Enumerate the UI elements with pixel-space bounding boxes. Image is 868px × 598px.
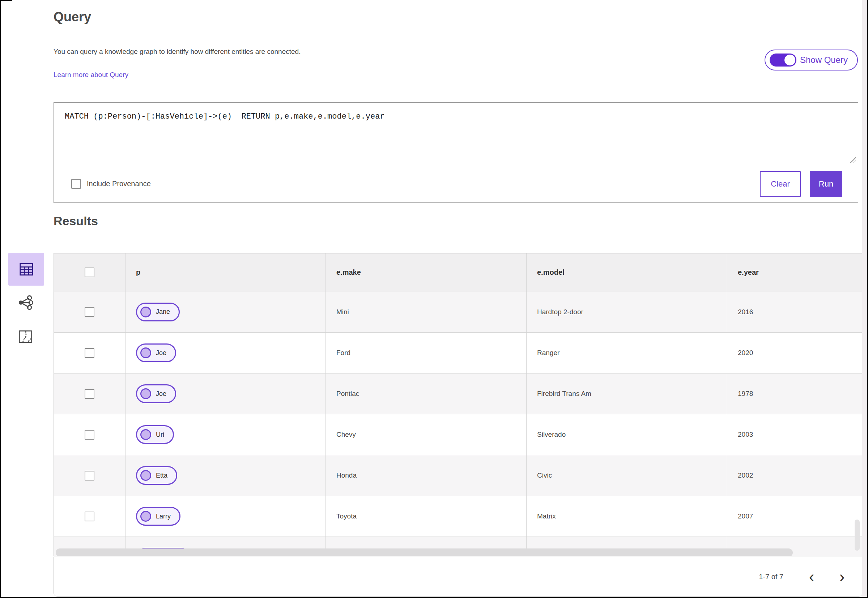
show-query-label: Show Query: [800, 55, 848, 65]
row-checkbox[interactable]: [85, 471, 94, 480]
cell-value: Ford: [336, 349, 350, 357]
row-checkbox[interactable]: [85, 307, 94, 317]
run-button[interactable]: Run: [810, 171, 842, 197]
row-checkbox-cell: [54, 374, 126, 414]
entity-name: Joe: [156, 390, 166, 398]
entity-cell: Larry: [126, 496, 326, 537]
cell-value: Matrix: [537, 512, 556, 520]
table-header-row: p e.make e.model e.year: [54, 253, 862, 292]
value-cell: 2002: [727, 455, 862, 496]
row-checkbox[interactable]: [85, 511, 94, 521]
next-page-button[interactable]: ›: [835, 569, 849, 585]
query-page: Query You can query a knowledge graph to…: [0, 0, 868, 598]
value-cell: Chevy: [326, 414, 527, 455]
cell-value: 2003: [738, 431, 753, 438]
value-cell: Silverado: [527, 414, 727, 455]
column-header: e.model: [537, 268, 564, 277]
entity-node-pill[interactable]: Larry: [136, 507, 181, 526]
entity-name: Etta: [156, 472, 168, 480]
header-checkbox-cell: [54, 253, 126, 291]
entity-cell: Jane: [126, 292, 326, 332]
value-cell: Toyota: [326, 496, 527, 537]
toggle-knob: [784, 55, 795, 66]
table-body: JaneMiniHardtop 2-door2016JoeFordRanger2…: [54, 292, 862, 556]
pagination-bar: 1-7 of 7 ‹ ›: [54, 557, 863, 597]
cell-value: 2002: [738, 471, 753, 480]
cell-value: 1978: [738, 390, 753, 398]
table-view-button[interactable]: [8, 253, 44, 286]
table-row: LarryToyotaMatrix2007: [54, 496, 862, 537]
page-range-label: 1-7 of 7: [759, 573, 783, 581]
value-cell: Firebird Trans Am: [527, 374, 727, 414]
link-chart-view-button[interactable]: [15, 294, 36, 312]
cell-value: Ranger: [537, 349, 560, 357]
entity-cell: Joe: [126, 333, 326, 373]
learn-more-link[interactable]: Learn more about Query: [54, 71, 129, 79]
include-provenance-label: Include Provenance: [87, 180, 151, 188]
window-frame-corner: [0, 0, 12, 1]
show-query-toggle[interactable]: Show Query: [765, 49, 858, 70]
table-row: JoeFordRanger2020: [54, 332, 862, 373]
table-row: UriChevySilverado2003: [54, 414, 862, 455]
select-all-checkbox[interactable]: [85, 268, 94, 277]
toggle-switch-icon[interactable]: [770, 54, 796, 67]
value-cell: Civic: [527, 455, 727, 496]
row-checkbox[interactable]: [85, 430, 94, 440]
entity-cell: Uri: [126, 414, 326, 455]
query-footer: Include Provenance Clear Run: [54, 165, 858, 202]
entity-node-icon: [140, 470, 151, 481]
entity-node-icon: [140, 347, 151, 358]
value-cell: Hardtop 2-door: [527, 292, 727, 332]
page-description: You can query a knowledge graph to ident…: [54, 48, 301, 56]
table-row: EttaHondaCivic2002: [54, 455, 862, 496]
cell-value: 2007: [738, 512, 753, 520]
entity-name: Uri: [156, 431, 164, 438]
horizontal-scrollbar-thumb[interactable]: [56, 549, 793, 556]
column-header: e.make: [336, 268, 361, 277]
entity-node-icon: [140, 306, 151, 317]
table-row: JoePontiacFirebird Trans Am1978: [54, 373, 862, 414]
entity-node-pill[interactable]: Joe: [136, 384, 176, 403]
cell-value: Pontiac: [336, 390, 359, 398]
value-cell: 1978: [727, 374, 862, 414]
include-provenance-row[interactable]: Include Provenance: [71, 179, 151, 189]
entity-node-icon: [140, 511, 151, 522]
header-cell-year: e.year: [727, 253, 862, 291]
entity-node-pill[interactable]: Uri: [136, 425, 174, 444]
value-cell: Ranger: [527, 333, 727, 373]
entity-node-pill[interactable]: Joe: [136, 344, 176, 362]
cell-value: Firebird Trans Am: [537, 390, 591, 398]
cell-value: Chevy: [336, 431, 356, 438]
entity-name: Jane: [156, 308, 170, 315]
header-cell-model: e.model: [527, 253, 727, 291]
cell-value: 2016: [738, 308, 753, 316]
results-title: Results: [54, 214, 98, 228]
resize-handle-icon[interactable]: [849, 156, 856, 163]
clear-button[interactable]: Clear: [760, 171, 801, 197]
entity-node-icon: [140, 429, 151, 440]
column-header: e.year: [738, 268, 759, 277]
row-checkbox[interactable]: [85, 389, 94, 399]
entity-node-pill[interactable]: Etta: [136, 466, 177, 485]
value-cell: 2003: [727, 414, 862, 455]
query-text: MATCH (p:Person)-[:HasVehicle]->(e) RETU…: [65, 112, 385, 121]
row-checkbox-cell: [54, 292, 126, 332]
column-header: p: [136, 268, 140, 277]
value-cell: Ford: [326, 333, 527, 373]
header-cell-p: p: [126, 253, 326, 291]
row-checkbox-cell: [54, 414, 126, 455]
value-cell: 2016: [727, 292, 862, 332]
previous-page-button[interactable]: ‹: [804, 569, 819, 585]
page-scrollbar-track[interactable]: [862, 0, 867, 598]
entity-node-pill[interactable]: Jane: [136, 303, 180, 321]
map-view-button[interactable]: [16, 327, 35, 345]
include-provenance-checkbox[interactable]: [71, 179, 81, 189]
value-cell: Mini: [326, 292, 527, 332]
results-table: p e.make e.model e.year JaneMiniHardtop …: [54, 253, 863, 556]
cell-value: Toyota: [336, 512, 356, 520]
cell-value: Mini: [336, 308, 349, 316]
query-panel: MATCH (p:Person)-[:HasVehicle]->(e) RETU…: [54, 102, 858, 203]
row-checkbox[interactable]: [85, 348, 94, 358]
query-textarea[interactable]: MATCH (p:Person)-[:HasVehicle]->(e) RETU…: [54, 103, 858, 165]
vertical-scrollbar-thumb[interactable]: [855, 520, 860, 551]
